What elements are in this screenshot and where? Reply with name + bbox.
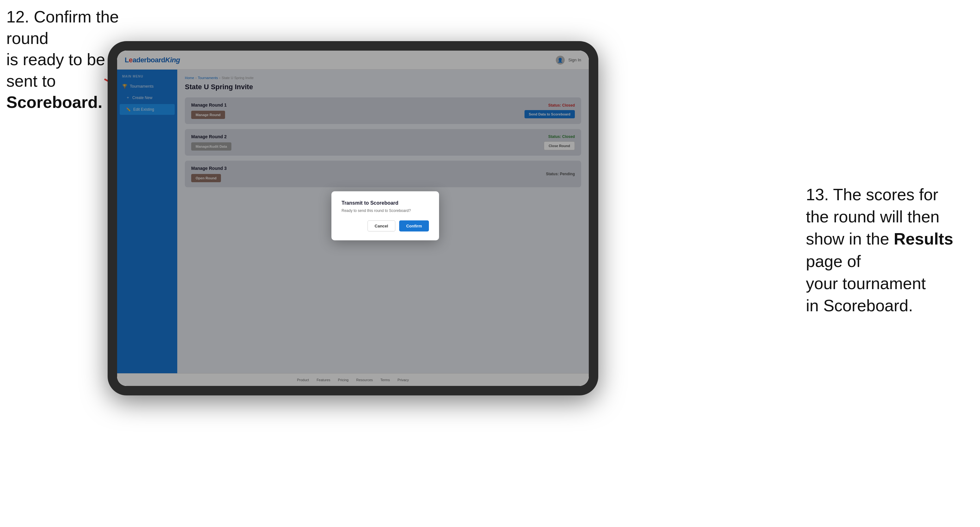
transmit-modal: Transmit to Scoreboard Ready to send thi… [331,191,439,240]
annotation-bottom-right: 13. The scores for the round will then s… [806,184,970,317]
modal-actions: Cancel Confirm [342,221,429,232]
annot-br-line6: in Scoreboard. [806,297,913,315]
annot-br-line4: page of [806,252,861,270]
annot-br-line5: your tournament [806,274,926,293]
modal-subtitle: Ready to send this round to Scoreboard? [342,208,429,213]
modal-confirm-button[interactable]: Confirm [399,221,429,232]
annot-br-line3: show in the [806,230,889,248]
annot-br-line2: the round will then [806,208,939,226]
annotation-line2: is ready to be sent to [6,50,105,90]
annotation-line1: 12. Confirm the round [6,8,119,48]
tablet: LeaderboardKing 👤 Sign In MAIN MENU 🏆 To… [108,41,598,395]
annot-br-bold: Results [894,230,953,248]
annot-br-line1: 13. The scores for [806,186,938,204]
annotation-line3: Scoreboard. [6,93,102,111]
modal-cancel-button[interactable]: Cancel [368,221,396,232]
tablet-screen: LeaderboardKing 👤 Sign In MAIN MENU 🏆 To… [117,51,589,386]
modal-title: Transmit to Scoreboard [342,200,429,206]
